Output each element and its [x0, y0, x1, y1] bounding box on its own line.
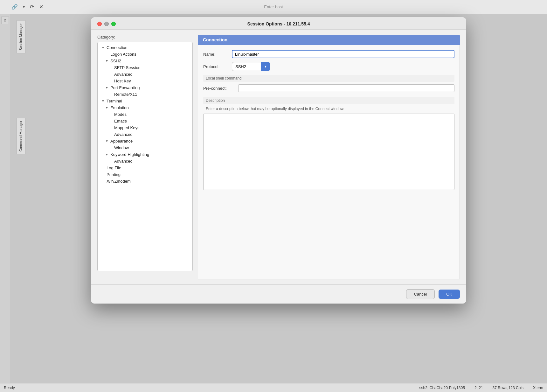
preconnect-label: Pre-connect:	[203, 86, 238, 91]
protocol-select-wrapper: SSH2 SSH1 Telnet Serial ▾	[232, 62, 270, 71]
dialog-minimize-button[interactable]	[104, 22, 109, 26]
status-rows-cols: 37 Rows,123 Cols	[493, 386, 523, 390]
status-cursor-pos: 2, 21	[474, 386, 483, 390]
status-ssh-info: ssh2: ChaCha20-Poly1305	[419, 386, 465, 390]
protocol-row: Protocol: SSH2 SSH1 Telnet Serial ▾	[203, 62, 454, 71]
tree-item-emacs[interactable]: Emacs	[98, 118, 192, 124]
refresh-icon[interactable]: ⟳	[30, 4, 34, 10]
tree-item-logon-actions[interactable]: Logon Actions	[98, 51, 192, 58]
chevron-ssh2: ▼	[105, 59, 109, 63]
sidebar-tab-sm[interactable]: Fi	[1, 17, 9, 24]
chevron-connection: ▼	[101, 46, 105, 49]
description-textarea[interactable]	[203, 114, 454, 190]
app-container: Fi Session Manager Command Manager	[0, 14, 547, 392]
dialog-titlebar: Session Options - 10.211.55.4	[91, 17, 466, 30]
tree-label-advanced-emulation: Advanced	[114, 132, 133, 137]
local-shell-section: Local shell command	[203, 75, 454, 82]
tree-label-remote-x11: Remote/X11	[114, 92, 137, 97]
tree-item-advanced-ssh2[interactable]: Advanced	[98, 71, 192, 78]
tree-label-mapped-keys: Mapped Keys	[114, 125, 140, 130]
tree-item-advanced-emulation[interactable]: Advanced	[98, 131, 192, 138]
cancel-button[interactable]: Cancel	[406, 289, 435, 299]
tree-item-printing[interactable]: Printing	[98, 171, 192, 178]
preconnect-input[interactable]	[238, 84, 454, 92]
tree-item-log-file[interactable]: Log File	[98, 164, 192, 171]
description-section-label: Description	[203, 97, 454, 104]
tree-label-emacs: Emacs	[114, 119, 127, 123]
category-label: Category:	[97, 35, 193, 39]
protocol-label: Protocol:	[203, 64, 232, 69]
dialog-overlay: Session Options - 10.211.55.4 Category: …	[10, 14, 547, 392]
status-right: ssh2: ChaCha20-Poly1305 2, 21 37 Rows,12…	[419, 386, 543, 390]
os-toolbar-group: 🔗 ▾ ⟳ ✕	[11, 4, 43, 10]
tree-label-sftp: SFTP Session	[114, 65, 141, 70]
tree-label-log-file: Log File	[107, 165, 121, 170]
tree-item-terminal[interactable]: ▼ Terminal	[98, 98, 192, 104]
content-body: Name: Protocol: SSH2 SSH1	[198, 45, 460, 279]
tree-item-xyz-modem[interactable]: X/Y/Zmodem	[98, 178, 192, 185]
session-manager-tab-label: Fi	[3, 19, 7, 22]
tree-item-remote-x11[interactable]: Remote/X11	[98, 91, 192, 98]
tree-item-appearance[interactable]: ▼ Appearance	[98, 138, 192, 144]
tree-label-appearance: Appearance	[110, 139, 133, 144]
tree-item-sftp[interactable]: SFTP Session	[98, 64, 192, 71]
tree-item-port-forwarding[interactable]: ▼ Port Forwarding	[98, 84, 192, 91]
tree-item-advanced-keyword[interactable]: Advanced	[98, 158, 192, 164]
dialog-title: Session Options - 10.211.55.4	[247, 21, 310, 26]
tree-label-terminal: Terminal	[107, 99, 122, 103]
name-input[interactable]	[232, 50, 454, 58]
tree-item-emulation[interactable]: ▼ Emulation	[98, 104, 192, 111]
chevron-emulation: ▼	[105, 106, 109, 109]
tree-label-xyz-modem: X/Y/Zmodem	[107, 179, 131, 184]
tree-item-mapped-keys[interactable]: Mapped Keys	[98, 124, 192, 131]
tree-label-modes: Modes	[114, 112, 127, 117]
tree-label-logon-actions: Logon Actions	[110, 52, 136, 57]
tree-item-connection[interactable]: ▼ Connection	[98, 44, 192, 51]
description-section: Description Enter a description below th…	[203, 97, 454, 191]
chevron-down-icon[interactable]: ▾	[23, 5, 25, 9]
dialog-body: Category: ▼ Connection Logon Actions	[91, 30, 466, 284]
tree-item-keyword-highlighting[interactable]: ▼ Keyword Highlighting	[98, 151, 192, 158]
tree-label-window: Window	[114, 145, 129, 150]
tree-label-ssh2: SSH2	[110, 59, 121, 63]
tree-item-modes[interactable]: Modes	[98, 111, 192, 118]
tree-label-host-key: Host Key	[114, 79, 131, 83]
left-sidebar: Fi	[0, 14, 10, 392]
category-panel: Category: ▼ Connection Logon Actions	[97, 35, 193, 279]
status-term: Xterm	[533, 386, 543, 390]
tree-container: ▼ Connection Logon Actions ▼	[97, 42, 193, 271]
tree-item-window[interactable]: Window	[98, 144, 192, 151]
protocol-select[interactable]: SSH2 SSH1 Telnet Serial	[232, 62, 270, 71]
content-panel: Connection Name: Protocol:	[198, 35, 460, 279]
os-window-title: Enter host	[264, 4, 283, 9]
name-label: Name:	[203, 52, 232, 57]
dialog-footer: Cancel OK	[91, 284, 466, 304]
description-hint: Enter a description below that may be op…	[206, 107, 454, 111]
ok-button[interactable]: OK	[439, 290, 460, 299]
status-ready: Ready	[4, 386, 15, 390]
preconnect-row: Pre-connect:	[203, 84, 454, 92]
chevron-appearance: ▼	[105, 139, 109, 143]
tree-label-advanced-ssh2: Advanced	[114, 72, 133, 77]
tree-label-emulation: Emulation	[110, 105, 129, 110]
tree-label-advanced-keyword: Advanced	[114, 159, 133, 164]
tree-label-printing: Printing	[107, 172, 121, 177]
close-icon[interactable]: ✕	[39, 4, 43, 10]
dialog-maximize-button[interactable]	[111, 22, 116, 26]
tree-item-ssh2[interactable]: ▼ SSH2	[98, 58, 192, 64]
content-header: Connection	[198, 35, 460, 45]
chevron-keyword-highlighting: ▼	[105, 153, 109, 156]
tree-label-port-forwarding: Port Forwarding	[110, 85, 140, 90]
status-bar: Ready ssh2: ChaCha20-Poly1305 2, 21 37 R…	[0, 383, 547, 392]
chevron-port-forwarding: ▼	[105, 86, 109, 89]
session-options-dialog: Session Options - 10.211.55.4 Category: …	[91, 17, 466, 304]
link-icon[interactable]: 🔗	[11, 4, 18, 10]
tree-label-connection: Connection	[107, 45, 128, 50]
dialog-traffic-lights	[97, 22, 116, 26]
main-content: Session Manager Command Manager Session …	[10, 14, 547, 392]
os-titlebar: 🔗 ▾ ⟳ ✕ Enter host	[0, 0, 547, 14]
name-row: Name:	[203, 50, 454, 58]
dialog-close-button[interactable]	[97, 22, 102, 26]
tree-item-host-key[interactable]: Host Key	[98, 78, 192, 84]
tree-label-keyword-highlighting: Keyword Highlighting	[110, 152, 149, 157]
